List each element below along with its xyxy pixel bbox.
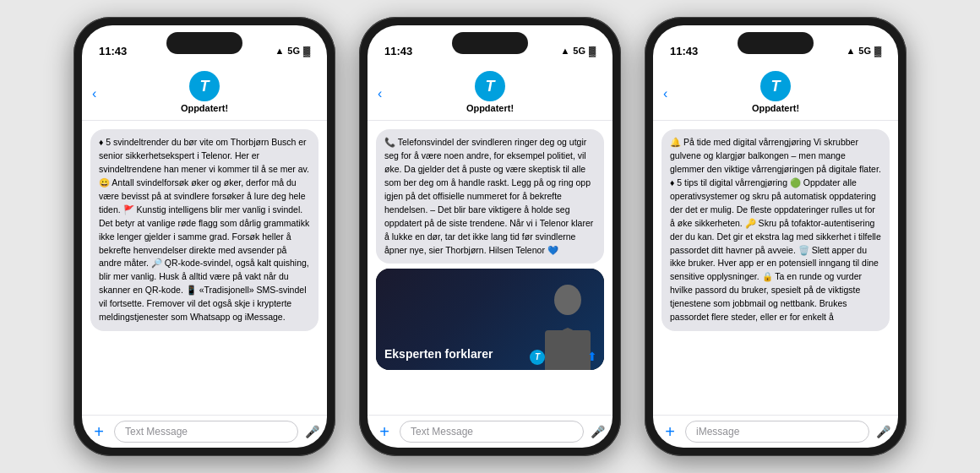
messages-area-3: 🔔 På tide med digital vårrengjøring Vi s… bbox=[653, 121, 898, 415]
svg-point-0 bbox=[554, 285, 581, 315]
input-placeholder-2: Text Message bbox=[411, 426, 473, 438]
back-button-3[interactable]: ‹ bbox=[663, 86, 667, 101]
input-placeholder-1: Text Message bbox=[125, 426, 188, 438]
message-text-3: 🔔 På tide med digital vårrengjøring Vi s… bbox=[670, 137, 881, 322]
sender-avatar-1: T bbox=[189, 71, 220, 101]
status-time-3: 11:43 bbox=[670, 45, 698, 57]
battery-icon-2: ▓ bbox=[589, 46, 596, 56]
network-label-3: 5G bbox=[858, 46, 871, 56]
mic-button-1[interactable]: 🎤 bbox=[303, 425, 320, 438]
input-bar-2: + Text Message 🎤 bbox=[368, 415, 612, 448]
chat-header-1: ‹ T Oppdatert! bbox=[82, 68, 327, 121]
phones-container: 11:43 ▲ 5G ▓ ‹ T Oppdatert! ♦ 5 svindelt… bbox=[57, 0, 923, 473]
telenor-logo-1: T bbox=[200, 78, 210, 95]
status-time-1: 11:43 bbox=[99, 45, 127, 57]
message-image-bubble-2: Eksperten forklarer T ⬆ bbox=[376, 269, 604, 370]
sender-avatar-3: T bbox=[760, 71, 791, 101]
status-icons-1: ▲ 5G ▓ bbox=[275, 46, 310, 56]
input-bar-3: + iMessage 🎤 bbox=[653, 415, 898, 448]
message-input-3[interactable]: iMessage bbox=[685, 421, 869, 443]
battery-icon-1: ▓ bbox=[303, 46, 310, 56]
battery-icon-3: ▓ bbox=[874, 46, 881, 56]
mic-button-2[interactable]: 🎤 bbox=[589, 425, 606, 438]
add-attachment-button-3[interactable]: + bbox=[660, 422, 680, 442]
mic-button-3[interactable]: 🎤 bbox=[874, 425, 891, 438]
status-icons-2: ▲ 5G ▓ bbox=[560, 46, 596, 56]
messages-area-1: ♦ 5 svindeltrender du bør vite om Thorbj… bbox=[82, 121, 327, 415]
dynamic-island-1 bbox=[166, 32, 242, 54]
phone-2: 11:43 ▲ 5G ▓ ‹ T Oppdatert! 📞 Telefonsvi… bbox=[359, 17, 621, 456]
signal-icon-1: ▲ bbox=[275, 46, 284, 56]
status-icons-3: ▲ 5G ▓ bbox=[846, 46, 881, 56]
signal-icon-3: ▲ bbox=[846, 46, 855, 56]
dynamic-island-3 bbox=[738, 32, 814, 54]
sender-name-3[interactable]: Oppdatert! bbox=[752, 103, 799, 113]
telenor-logo-3: T bbox=[771, 78, 781, 95]
message-text-1: ♦ 5 svindeltrender du bør vite om Thorbj… bbox=[99, 137, 309, 322]
add-attachment-button-1[interactable]: + bbox=[89, 422, 109, 442]
add-attachment-button-2[interactable]: + bbox=[374, 422, 395, 442]
sender-name-1[interactable]: Oppdatert! bbox=[181, 103, 228, 113]
telenor-logo-2: T bbox=[486, 78, 495, 95]
status-time-2: 11:43 bbox=[384, 45, 412, 57]
message-input-1[interactable]: Text Message bbox=[114, 421, 298, 443]
input-bar-1: + Text Message 🎤 bbox=[82, 415, 327, 448]
dynamic-island-2 bbox=[452, 32, 528, 54]
sender-name-2[interactable]: Oppdatert! bbox=[466, 103, 514, 113]
message-text-2: 📞 Telefonsvindel der svindleren ringer d… bbox=[384, 137, 593, 255]
svg-rect-1 bbox=[545, 330, 591, 370]
back-button-1[interactable]: ‹ bbox=[92, 86, 96, 101]
message-bubble-1: ♦ 5 svindeltrender du bør vite om Thorbj… bbox=[90, 129, 318, 331]
network-label-1: 5G bbox=[287, 46, 300, 56]
network-label-2: 5G bbox=[573, 46, 585, 56]
phone-3: 11:43 ▲ 5G ▓ ‹ T Oppdatert! 🔔 På tide me… bbox=[645, 17, 906, 456]
message-bubble-3: 🔔 På tide med digital vårrengjøring Vi s… bbox=[662, 129, 890, 331]
chat-header-2: ‹ T Oppdatert! bbox=[368, 68, 612, 121]
message-image-2: Eksperten forklarer T ⬆ bbox=[376, 269, 604, 370]
chat-header-3: ‹ T Oppdatert! bbox=[653, 68, 898, 121]
phone-1: 11:43 ▲ 5G ▓ ‹ T Oppdatert! ♦ 5 svindelt… bbox=[74, 17, 335, 456]
messages-area-2: 📞 Telefonsvindel der svindleren ringer d… bbox=[368, 121, 612, 415]
back-button-2[interactable]: ‹ bbox=[378, 86, 382, 101]
image-overlay-text-2: Eksperten forklarer bbox=[384, 346, 493, 362]
message-input-2[interactable]: Text Message bbox=[400, 421, 584, 443]
share-icon-2[interactable]: ⬆ bbox=[587, 348, 597, 365]
sender-avatar-2: T bbox=[475, 71, 505, 101]
input-placeholder-3: iMessage bbox=[696, 426, 739, 438]
message-bubble-2: 📞 Telefonsvindel der svindleren ringer d… bbox=[376, 129, 604, 264]
signal-icon-2: ▲ bbox=[560, 46, 569, 56]
